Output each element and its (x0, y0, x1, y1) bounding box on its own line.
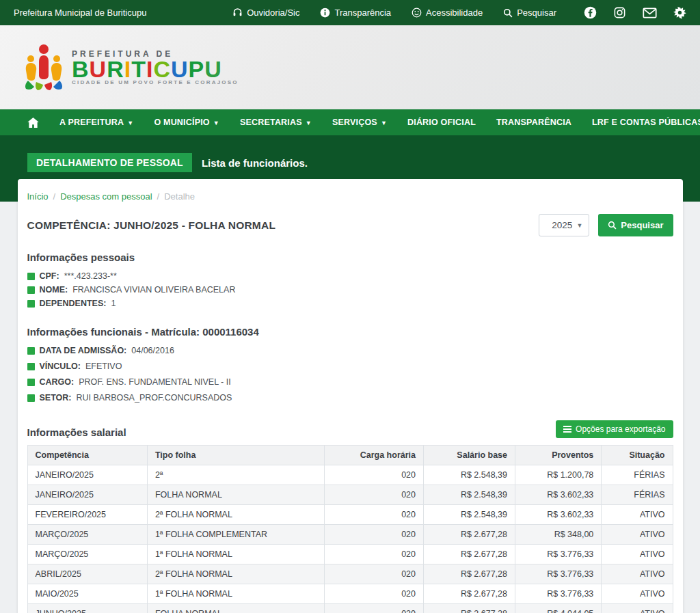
nav-item-a-prefeitura[interactable]: A PREFEITURA▼ (59, 118, 133, 127)
list-icon (563, 426, 571, 433)
table-row: FEVEREIRO/20252ª FOLHA NORMAL020R$ 2.548… (27, 505, 673, 525)
search-button-label: Pesquisar (621, 220, 663, 230)
site-logo[interactable]: PREFEITURA DE BURITICUPU CIDADE DE UM PO… (23, 41, 239, 94)
contrast-icon[interactable] (673, 6, 686, 19)
year-select-value: 2025 (552, 220, 572, 230)
table-cell: 020 (325, 465, 424, 485)
table-cell: 1ª FOLHA NORMAL (147, 545, 325, 564)
table-cell: 020 (325, 564, 424, 584)
info-value: RUI BARBOSA_PROF.CONCURSADOS (77, 393, 232, 403)
bullet-square-icon (27, 363, 35, 370)
nav-item-secretarias[interactable]: SECRETARIAS▼ (240, 118, 312, 127)
functional-heading: Informações funcionais - Matrícula: 0000… (27, 326, 673, 338)
email-icon[interactable] (643, 8, 657, 18)
breadcrumb-inicio[interactable]: Início (27, 191, 49, 202)
home-icon[interactable] (27, 118, 39, 128)
info-item: CARGO:PROF. ENS. FUNDAMENTAL NIVEL - II (27, 377, 673, 387)
info-value: 1 (111, 299, 116, 308)
instagram-icon[interactable] (613, 6, 626, 19)
table-cell: R$ 2.548,39 (423, 505, 515, 525)
salary-table: CompetênciaTipo folhaCarga horáriaSalári… (27, 445, 673, 613)
nav-item-di-rio-oficial[interactable]: DIÁRIO OFICIAL (407, 118, 476, 127)
year-select[interactable]: 2025 ▼ (539, 214, 589, 236)
hero-badge: DETALHAMENTO DE PESSOAL (27, 153, 192, 172)
table-cell: JANEIRO/2025 (27, 465, 147, 485)
table-cell: 020 (325, 584, 424, 604)
nav-item-o-munic-pio[interactable]: O MUNICÍPIO▼ (154, 118, 219, 127)
table-cell: R$ 1.200,78 (515, 465, 602, 485)
table-row: JANEIRO/20252ª020R$ 2.548,39R$ 1.200,78F… (27, 465, 673, 485)
chevron-down-icon: ▼ (127, 120, 133, 126)
logo-people-icon (23, 41, 65, 94)
info-value: 04/06/2016 (131, 346, 174, 355)
table-cell: FÉRIAS (602, 465, 673, 485)
table-cell: MARÇO/2025 (27, 545, 147, 564)
breadcrumb-detalhe: Detalhe (164, 191, 195, 202)
main-nav: A PREFEITURA▼O MUNICÍPIO▼SECRETARIAS▼SER… (0, 109, 700, 135)
topbar: Prefeitura Municipal de Buriticupu Ouvid… (0, 0, 700, 25)
breadcrumb-separator: / (157, 191, 160, 202)
table-cell: R$ 2.548,39 (423, 485, 515, 505)
topbar-link-pesquisar[interactable]: Pesquisar (503, 8, 556, 18)
table-cell: R$ 3.776,33 (515, 545, 602, 564)
info-label: SETOR: (40, 393, 72, 403)
nav-item-transpar-ncia[interactable]: TRANSPARÊNCIA (496, 118, 571, 127)
topbar-link-acessibilidade[interactable]: Acessibilidade (412, 8, 483, 18)
table-cell: FÉRIAS (602, 485, 673, 505)
nav-item-servi-os[interactable]: SERVIÇOS▼ (332, 118, 387, 127)
table-cell: ATIVO (602, 564, 673, 584)
table-cell: 1ª FOLHA COMPLEMENTAR (147, 525, 325, 545)
table-row: JANEIRO/2025FOLHA NORMAL020R$ 2.548,39R$… (27, 485, 673, 505)
column-header: Tipo folha (147, 446, 325, 465)
search-button[interactable]: Pesquisar (598, 214, 673, 236)
logo-tagline: CIDADE DE UM POVO FORTE E CORAJOSO (72, 79, 239, 85)
facebook-icon[interactable] (584, 6, 597, 19)
table-cell: R$ 3.776,33 (515, 564, 602, 584)
table-cell: ATIVO (602, 505, 673, 525)
table-cell: R$ 2.677,28 (423, 604, 515, 613)
table-row: ABRIL/20252ª FOLHA NORMAL020R$ 2.677,28R… (27, 564, 673, 584)
info-value: FRANCISCA VIVIAN OLIVEIRA BACELAR (72, 285, 235, 295)
topbar-link-transpar-ncia[interactable]: Transparência (320, 8, 391, 18)
chevron-down-icon: ▼ (306, 120, 312, 126)
logo-name: BURITICUPU (72, 59, 239, 79)
table-cell: FOLHA NORMAL (147, 485, 325, 505)
column-header: Situação (602, 446, 673, 465)
table-cell: 020 (325, 525, 424, 545)
table-row: MARÇO/20251ª FOLHA NORMAL020R$ 2.677,28R… (27, 545, 673, 564)
info-item: SETOR:RUI BARBOSA_PROF.CONCURSADOS (27, 393, 673, 403)
functional-info-list: DATA DE ADMISSÃO:04/06/2016VÍNCULO:EFETI… (27, 346, 673, 403)
table-cell: R$ 3.776,33 (515, 584, 602, 604)
bullet-square-icon (27, 394, 35, 402)
export-options-label: Opções para exportação (576, 424, 665, 434)
info-item: NOME:FRANCISCA VIVIAN OLIVEIRA BACELAR (27, 285, 673, 295)
table-row: MAIO/20251ª FOLHA NORMAL020R$ 2.677,28R$… (27, 584, 673, 604)
info-item: DEPENDENTES:1 (27, 299, 673, 308)
table-cell: R$ 2.677,28 (423, 525, 515, 545)
info-label: CPF: (40, 271, 59, 281)
table-cell: R$ 2.677,28 (423, 545, 515, 564)
table-cell: ATIVO (602, 584, 673, 604)
table-cell: MARÇO/2025 (27, 525, 147, 545)
table-cell: JANEIRO/2025 (27, 485, 147, 505)
chevron-down-icon: ▼ (576, 222, 582, 229)
column-header: Competência (27, 446, 147, 465)
column-header: Salário base (423, 446, 515, 465)
nav-item-lrf-e-contas-p-blicas[interactable]: LRF E CONTAS PÚBLICAS▼ (592, 118, 700, 127)
info-value: EFETIVO (85, 362, 122, 371)
table-cell: FOLHA NORMAL (147, 604, 325, 613)
topbar-link-ouvidoria-sic[interactable]: Ouvidoria/Sic (232, 8, 299, 18)
table-cell: R$ 4.044,05 (515, 604, 602, 613)
table-cell: ATIVO (602, 525, 673, 545)
export-options-button[interactable]: Opções para exportação (556, 420, 673, 438)
bullet-square-icon (27, 347, 35, 355)
table-cell: 020 (325, 505, 424, 525)
table-cell: ABRIL/2025 (27, 564, 147, 584)
table-cell: 020 (325, 485, 424, 505)
column-header: Proventos (515, 446, 602, 465)
topbar-links: Ouvidoria/SicTransparênciaAcessibilidade… (232, 6, 686, 19)
breadcrumb-despesas[interactable]: Despesas com pessoal (60, 191, 152, 202)
table-cell: R$ 2.677,28 (423, 584, 515, 604)
personal-info-list: CPF:***.423.233-**NOME:FRANCISCA VIVIAN … (27, 271, 673, 308)
table-row: JUNHO/2025FOLHA NORMAL020R$ 2.677,28R$ 4… (27, 604, 673, 613)
